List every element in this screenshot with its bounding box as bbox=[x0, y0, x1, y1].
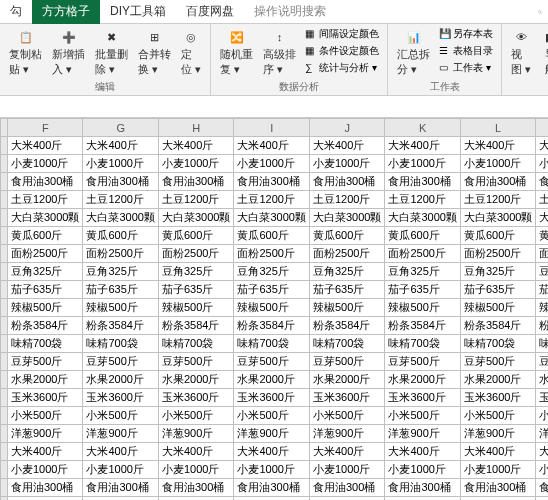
row-header[interactable] bbox=[1, 317, 8, 335]
cell[interactable]: 食用油300桶 bbox=[385, 173, 460, 191]
cell[interactable]: 小麦1000斤 bbox=[158, 461, 233, 479]
cell[interactable]: 水果2000斤 bbox=[536, 371, 548, 389]
cell[interactable]: 粉条3584斤 bbox=[83, 317, 158, 335]
cell[interactable]: 味精700袋 bbox=[83, 335, 158, 353]
cell[interactable]: 面粉2500斤 bbox=[234, 245, 309, 263]
col-header-G[interactable]: G bbox=[83, 119, 158, 137]
cell[interactable]: 茄子635斤 bbox=[8, 281, 83, 299]
cell[interactable]: 大米400斤 bbox=[158, 137, 233, 155]
cell[interactable]: 小米500斤 bbox=[158, 407, 233, 425]
cell[interactable]: 茄子635斤 bbox=[158, 281, 233, 299]
cell[interactable]: 小米500斤 bbox=[385, 407, 460, 425]
row-header[interactable] bbox=[1, 335, 8, 353]
cell[interactable]: 大米400斤 bbox=[536, 443, 548, 461]
cell[interactable]: 土豆1200斤 bbox=[8, 191, 83, 209]
cond-color-button[interactable]: ▦条件设定颜色 bbox=[303, 43, 381, 59]
cell[interactable]: 面粉2500斤 bbox=[158, 245, 233, 263]
search-icon[interactable] bbox=[532, 4, 548, 20]
cell[interactable]: 土豆1200斤 bbox=[158, 191, 233, 209]
cell[interactable]: 水果2000斤 bbox=[158, 371, 233, 389]
cell[interactable]: 玉米3600斤 bbox=[460, 389, 535, 407]
row-header[interactable] bbox=[1, 389, 8, 407]
cell[interactable]: 粉条3584斤 bbox=[8, 317, 83, 335]
cell[interactable]: 豆角325斤 bbox=[309, 263, 384, 281]
cell[interactable]: 玉米3600斤 bbox=[536, 389, 548, 407]
cell[interactable]: 面粉2500斤 bbox=[536, 245, 548, 263]
cell[interactable]: 水果2000斤 bbox=[83, 371, 158, 389]
cell[interactable]: 辣椒500斤 bbox=[158, 299, 233, 317]
row-header[interactable] bbox=[1, 227, 8, 245]
cell[interactable]: 大白菜3000颗 bbox=[460, 209, 535, 227]
locate-button[interactable]: ◎定位 ▾ bbox=[178, 26, 204, 79]
cell[interactable]: 小米500斤 bbox=[83, 407, 158, 425]
row-header[interactable] bbox=[1, 497, 8, 501]
cell[interactable]: 大白菜3000颗 bbox=[385, 209, 460, 227]
cell[interactable]: 豆芽500斤 bbox=[309, 353, 384, 371]
cell[interactable]: 土豆1200斤 bbox=[309, 497, 384, 501]
spreadsheet[interactable]: FGHIJKLMN大米400斤大米400斤大米400斤大米400斤大米400斤大… bbox=[0, 118, 548, 500]
random-button[interactable]: 🔀随机重复 ▾ bbox=[217, 26, 256, 79]
row-header[interactable] bbox=[1, 209, 8, 227]
cell[interactable]: 水果2000斤 bbox=[234, 371, 309, 389]
cell[interactable]: 面粉2500斤 bbox=[83, 245, 158, 263]
cell[interactable]: 土豆1200斤 bbox=[385, 497, 460, 501]
cell[interactable]: 味精700袋 bbox=[536, 335, 548, 353]
cell[interactable]: 土豆1200斤 bbox=[8, 497, 83, 501]
cell[interactable]: 食用油300桶 bbox=[234, 479, 309, 497]
cell[interactable]: 洋葱900斤 bbox=[385, 425, 460, 443]
cell[interactable]: 食用油300桶 bbox=[536, 479, 548, 497]
cell[interactable]: 豆角325斤 bbox=[158, 263, 233, 281]
col-header-K[interactable]: K bbox=[385, 119, 460, 137]
cell[interactable]: 食用油300桶 bbox=[83, 479, 158, 497]
cell[interactable]: 土豆1200斤 bbox=[158, 497, 233, 501]
cell[interactable]: 黄瓜600斤 bbox=[309, 227, 384, 245]
grid[interactable]: FGHIJKLMN大米400斤大米400斤大米400斤大米400斤大米400斤大… bbox=[0, 118, 548, 500]
cell[interactable]: 土豆1200斤 bbox=[460, 191, 535, 209]
cell[interactable]: 大米400斤 bbox=[385, 443, 460, 461]
cell[interactable]: 黄瓜600斤 bbox=[158, 227, 233, 245]
cell[interactable]: 大白菜3000颗 bbox=[536, 209, 548, 227]
cell[interactable]: 大米400斤 bbox=[83, 443, 158, 461]
cell[interactable]: 粉条3584斤 bbox=[234, 317, 309, 335]
cell[interactable]: 大米400斤 bbox=[8, 137, 83, 155]
cell[interactable]: 茄子635斤 bbox=[460, 281, 535, 299]
merge-convert-button[interactable]: ⊞合并转换 ▾ bbox=[135, 26, 174, 79]
cell[interactable]: 土豆1200斤 bbox=[385, 191, 460, 209]
cell[interactable]: 大米400斤 bbox=[460, 137, 535, 155]
cell[interactable]: 小米500斤 bbox=[8, 407, 83, 425]
cell[interactable]: 粉条3584斤 bbox=[536, 317, 548, 335]
col-header-M[interactable]: M bbox=[536, 119, 548, 137]
search-box[interactable]: 操作说明搜索 bbox=[244, 0, 336, 24]
cell[interactable]: 豆角325斤 bbox=[83, 263, 158, 281]
cell[interactable]: 黄瓜600斤 bbox=[385, 227, 460, 245]
cell[interactable]: 食用油300桶 bbox=[8, 479, 83, 497]
cell[interactable]: 食用油300桶 bbox=[460, 173, 535, 191]
cell[interactable]: 茄子635斤 bbox=[309, 281, 384, 299]
row-header[interactable] bbox=[1, 191, 8, 209]
cell[interactable]: 土豆1200斤 bbox=[83, 191, 158, 209]
cell[interactable]: 小麦1000斤 bbox=[8, 461, 83, 479]
col-header-F[interactable]: F bbox=[8, 119, 83, 137]
cell[interactable]: 粉条3584斤 bbox=[158, 317, 233, 335]
cell[interactable]: 大米400斤 bbox=[234, 443, 309, 461]
tab-1[interactable]: 方方格子 bbox=[32, 0, 100, 24]
cell[interactable]: 黄瓜600斤 bbox=[83, 227, 158, 245]
cell[interactable]: 食用油300桶 bbox=[460, 479, 535, 497]
cell[interactable]: 味精700袋 bbox=[158, 335, 233, 353]
cell[interactable]: 辣椒500斤 bbox=[234, 299, 309, 317]
row-header[interactable] bbox=[1, 407, 8, 425]
cell[interactable]: 黄瓜600斤 bbox=[460, 227, 535, 245]
cell[interactable]: 小麦1000斤 bbox=[460, 461, 535, 479]
cell[interactable]: 味精700袋 bbox=[309, 335, 384, 353]
cell[interactable]: 玉米3600斤 bbox=[158, 389, 233, 407]
tab-0[interactable]: 勾 bbox=[0, 0, 32, 24]
cell[interactable]: 大米400斤 bbox=[309, 137, 384, 155]
cell[interactable]: 大白菜3000颗 bbox=[158, 209, 233, 227]
copy-paste-button[interactable]: 📋复制粘贴 ▾ bbox=[6, 26, 45, 79]
cell[interactable]: 食用油300桶 bbox=[158, 173, 233, 191]
tab-3[interactable]: 百度网盘 bbox=[176, 0, 244, 24]
cell[interactable]: 豆芽500斤 bbox=[536, 353, 548, 371]
tab-2[interactable]: DIY工具箱 bbox=[100, 0, 176, 24]
cell[interactable]: 小麦1000斤 bbox=[83, 155, 158, 173]
cell[interactable]: 辣椒500斤 bbox=[8, 299, 83, 317]
